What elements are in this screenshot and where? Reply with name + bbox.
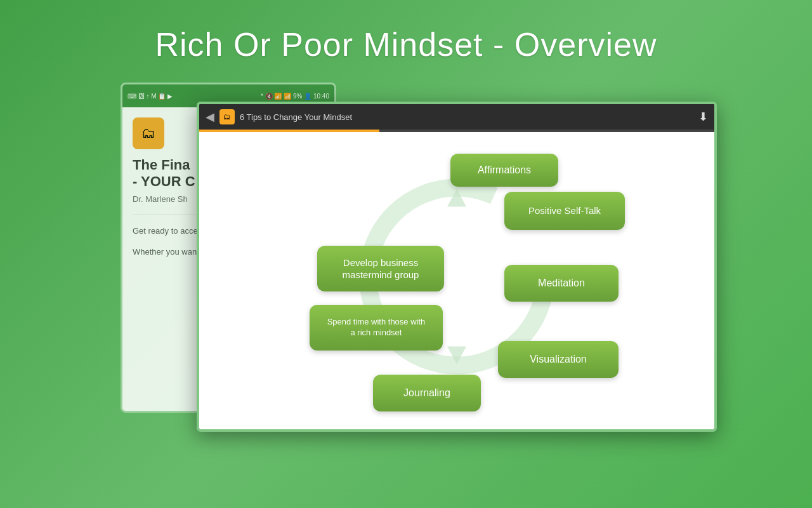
bg-app-icon: 🗂 [133,117,164,149]
diagram-container: Affirmations Positive Self-Talk Develop … [279,147,634,414]
video-content: Affirmations Positive Self-Talk Develop … [199,132,714,429]
meditation-button[interactable]: Meditation [504,265,619,302]
affirmations-button[interactable]: Affirmations [450,154,558,187]
main-screenshot: ◀ 🗂 6 Tips to Change Your Mindset ⬇ [197,102,717,432]
positive-self-talk-button[interactable]: Positive Self-Talk [504,192,625,230]
journaling-button[interactable]: Journaling [373,375,481,411]
screenshots-container: ⌨ 🖼 ↑ M 📋 ▶ * 🔇 📶 📶 9% 👤 10:40 🗂 The Fin… [121,83,691,457]
video-back-icon[interactable]: ◀ [206,110,214,124]
page-title: Rich Or Poor Mindset - Overview [155,25,657,64]
video-app-icon: 🗂 [219,109,235,124]
visualization-button[interactable]: Visualization [498,341,619,378]
spend-time-button[interactable]: Spend time with those witha rich mindset [310,305,443,351]
video-download-icon[interactable]: ⬇ [698,110,708,124]
video-top-bar: ◀ 🗂 6 Tips to Change Your Mindset ⬇ [199,104,714,130]
bg-status-right: * 🔇 📶 📶 9% 👤 10:40 [261,93,329,100]
video-title: 6 Tips to Change Your Mindset [240,112,693,122]
bg-status-left: ⌨ 🖼 ↑ M 📋 ▶ [128,93,173,100]
develop-business-button[interactable]: Develop businessmastermind group [317,246,444,291]
